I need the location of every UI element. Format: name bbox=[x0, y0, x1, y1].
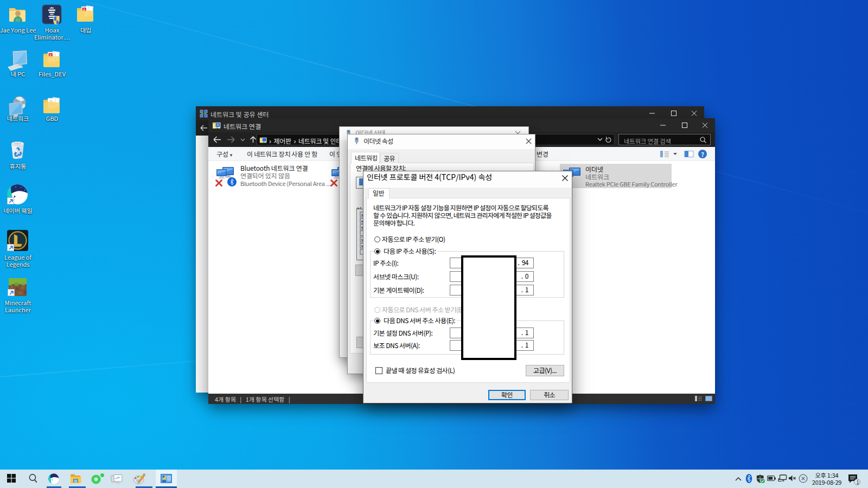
svg-text:1: 1 bbox=[856, 479, 859, 486]
